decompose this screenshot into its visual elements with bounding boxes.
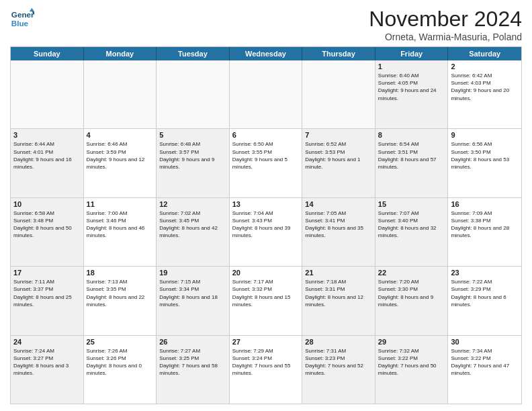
calendar-header: SundayMondayTuesdayWednesdayThursdayFrid… — [11, 47, 521, 60]
calendar-cell: 18Sunrise: 7:13 AM Sunset: 3:35 PM Dayli… — [84, 267, 157, 334]
day-number: 30 — [451, 338, 519, 346]
calendar-cell: 12Sunrise: 7:02 AM Sunset: 3:45 PM Dayli… — [157, 198, 230, 266]
day-number: 26 — [159, 338, 226, 346]
calendar-cell: 22Sunrise: 7:20 AM Sunset: 3:30 PM Dayli… — [375, 267, 449, 334]
calendar: SundayMondayTuesdayWednesdayThursdayFrid… — [10, 46, 522, 404]
calendar-cell: 28Sunrise: 7:31 AM Sunset: 3:23 PM Dayli… — [302, 336, 375, 404]
cell-info: Sunrise: 7:34 AM Sunset: 3:22 PM Dayligh… — [451, 347, 519, 377]
calendar-cell: 21Sunrise: 7:18 AM Sunset: 3:31 PM Dayli… — [302, 267, 375, 334]
weekday-header: Sunday — [11, 47, 84, 60]
cell-info: Sunrise: 6:44 AM Sunset: 4:01 PM Dayligh… — [13, 140, 81, 171]
weekday-header: Tuesday — [157, 47, 230, 60]
weekday-header: Saturday — [448, 47, 521, 60]
cell-info: Sunrise: 6:52 AM Sunset: 3:53 PM Dayligh… — [305, 140, 372, 171]
calendar-row: 3Sunrise: 6:44 AM Sunset: 4:01 PM Daylig… — [11, 128, 521, 197]
calendar-cell: 29Sunrise: 7:32 AM Sunset: 3:22 PM Dayli… — [375, 336, 449, 404]
day-number: 16 — [451, 200, 519, 208]
calendar-cell: 4Sunrise: 6:46 AM Sunset: 3:59 PM Daylig… — [84, 129, 157, 197]
cell-info: Sunrise: 7:02 AM Sunset: 3:45 PM Dayligh… — [159, 210, 226, 240]
cell-info: Sunrise: 7:05 AM Sunset: 3:41 PM Dayligh… — [305, 210, 372, 240]
calendar-cell: 23Sunrise: 7:22 AM Sunset: 3:29 PM Dayli… — [448, 267, 521, 334]
calendar-cell: 30Sunrise: 7:34 AM Sunset: 3:22 PM Dayli… — [448, 336, 521, 404]
calendar-cell: 7Sunrise: 6:52 AM Sunset: 3:53 PM Daylig… — [302, 129, 375, 197]
cell-info: Sunrise: 6:40 AM Sunset: 4:05 PM Dayligh… — [378, 72, 445, 102]
calendar-row: 17Sunrise: 7:11 AM Sunset: 3:37 PM Dayli… — [11, 266, 521, 334]
calendar-cell: 5Sunrise: 6:48 AM Sunset: 3:57 PM Daylig… — [157, 129, 230, 197]
cell-info: Sunrise: 7:26 AM Sunset: 3:26 PM Dayligh… — [87, 347, 154, 377]
calendar-cell: 26Sunrise: 7:27 AM Sunset: 3:25 PM Dayli… — [157, 336, 230, 404]
day-number: 2 — [451, 62, 519, 71]
cell-info: Sunrise: 7:17 AM Sunset: 3:32 PM Dayligh… — [232, 278, 300, 308]
calendar-cell: 13Sunrise: 7:04 AM Sunset: 3:43 PM Dayli… — [230, 198, 303, 266]
day-number: 7 — [305, 131, 372, 139]
cell-info: Sunrise: 6:54 AM Sunset: 3:51 PM Dayligh… — [378, 140, 445, 171]
day-number: 11 — [87, 200, 154, 208]
day-number: 1 — [378, 62, 445, 71]
calendar-cell: 6Sunrise: 6:50 AM Sunset: 3:55 PM Daylig… — [230, 129, 303, 197]
cell-info: Sunrise: 7:04 AM Sunset: 3:43 PM Dayligh… — [232, 210, 300, 240]
calendar-cell: 11Sunrise: 7:00 AM Sunset: 3:46 PM Dayli… — [84, 198, 157, 266]
cell-info: Sunrise: 7:07 AM Sunset: 3:40 PM Dayligh… — [378, 210, 445, 240]
cell-info: Sunrise: 7:18 AM Sunset: 3:31 PM Dayligh… — [305, 278, 372, 308]
calendar-cell: 14Sunrise: 7:05 AM Sunset: 3:41 PM Dayli… — [302, 198, 375, 266]
logo-icon: General Blue — [10, 7, 34, 31]
cell-info: Sunrise: 7:24 AM Sunset: 3:27 PM Dayligh… — [13, 347, 81, 377]
calendar-cell: 1Sunrise: 6:40 AM Sunset: 4:05 PM Daylig… — [375, 60, 449, 128]
cell-info: Sunrise: 7:22 AM Sunset: 3:29 PM Dayligh… — [451, 278, 519, 308]
day-number: 4 — [87, 131, 154, 139]
day-number: 24 — [13, 338, 81, 346]
calendar-row: 24Sunrise: 7:24 AM Sunset: 3:27 PM Dayli… — [11, 335, 521, 404]
calendar-cell — [157, 60, 230, 128]
cell-info: Sunrise: 7:27 AM Sunset: 3:25 PM Dayligh… — [159, 347, 226, 377]
calendar-cell: 16Sunrise: 7:09 AM Sunset: 3:38 PM Dayli… — [448, 198, 521, 266]
day-number: 15 — [378, 200, 445, 208]
calendar-cell — [302, 60, 375, 128]
title-block: November 2024 Orneta, Warmia-Masuria, Po… — [369, 7, 522, 42]
cell-info: Sunrise: 7:13 AM Sunset: 3:35 PM Dayligh… — [87, 278, 154, 308]
day-number: 5 — [159, 131, 226, 139]
day-number: 22 — [378, 269, 445, 277]
weekday-header: Thursday — [302, 47, 375, 60]
calendar-cell: 17Sunrise: 7:11 AM Sunset: 3:37 PM Dayli… — [11, 267, 84, 334]
day-number: 17 — [13, 269, 81, 277]
weekday-header: Wednesday — [230, 47, 303, 60]
cell-info: Sunrise: 6:58 AM Sunset: 3:48 PM Dayligh… — [13, 210, 81, 240]
day-number: 19 — [159, 269, 226, 277]
cell-info: Sunrise: 6:56 AM Sunset: 3:50 PM Dayligh… — [451, 140, 519, 171]
svg-text:Blue: Blue — [11, 19, 29, 28]
calendar-cell — [230, 60, 303, 128]
day-number: 12 — [159, 200, 226, 208]
calendar-cell: 19Sunrise: 7:15 AM Sunset: 3:34 PM Dayli… — [157, 267, 230, 334]
cell-info: Sunrise: 7:15 AM Sunset: 3:34 PM Dayligh… — [159, 278, 226, 308]
day-number: 28 — [305, 338, 372, 346]
calendar-cell — [84, 60, 157, 128]
day-number: 10 — [13, 200, 81, 208]
calendar-cell: 10Sunrise: 6:58 AM Sunset: 3:48 PM Dayli… — [11, 198, 84, 266]
day-number: 14 — [305, 200, 372, 208]
subtitle: Orneta, Warmia-Masuria, Poland — [369, 32, 522, 42]
cell-info: Sunrise: 6:50 AM Sunset: 3:55 PM Dayligh… — [232, 140, 300, 171]
calendar-cell: 2Sunrise: 6:42 AM Sunset: 4:03 PM Daylig… — [448, 60, 521, 128]
logo: General Blue — [10, 7, 34, 31]
day-number: 23 — [451, 269, 519, 277]
cell-info: Sunrise: 7:31 AM Sunset: 3:23 PM Dayligh… — [305, 347, 372, 377]
calendar-row: 10Sunrise: 6:58 AM Sunset: 3:48 PM Dayli… — [11, 197, 521, 266]
day-number: 13 — [232, 200, 300, 208]
day-number: 18 — [87, 269, 154, 277]
month-title: November 2024 — [369, 7, 522, 32]
cell-info: Sunrise: 6:46 AM Sunset: 3:59 PM Dayligh… — [87, 140, 154, 171]
day-number: 20 — [232, 269, 300, 277]
calendar-body: 1Sunrise: 6:40 AM Sunset: 4:05 PM Daylig… — [11, 60, 521, 404]
calendar-cell: 20Sunrise: 7:17 AM Sunset: 3:32 PM Dayli… — [230, 267, 303, 334]
day-number: 8 — [378, 131, 445, 139]
calendar-cell: 8Sunrise: 6:54 AM Sunset: 3:51 PM Daylig… — [375, 129, 449, 197]
weekday-header: Monday — [84, 47, 157, 60]
header: General Blue November 2024 Orneta, Warmi… — [10, 7, 522, 42]
calendar-cell: 24Sunrise: 7:24 AM Sunset: 3:27 PM Dayli… — [11, 336, 84, 404]
cell-info: Sunrise: 7:32 AM Sunset: 3:22 PM Dayligh… — [378, 347, 445, 377]
calendar-cell: 3Sunrise: 6:44 AM Sunset: 4:01 PM Daylig… — [11, 129, 84, 197]
cell-info: Sunrise: 7:20 AM Sunset: 3:30 PM Dayligh… — [378, 278, 445, 308]
calendar-cell: 15Sunrise: 7:07 AM Sunset: 3:40 PM Dayli… — [375, 198, 449, 266]
calendar-row: 1Sunrise: 6:40 AM Sunset: 4:05 PM Daylig… — [11, 60, 521, 128]
day-number: 25 — [87, 338, 154, 346]
